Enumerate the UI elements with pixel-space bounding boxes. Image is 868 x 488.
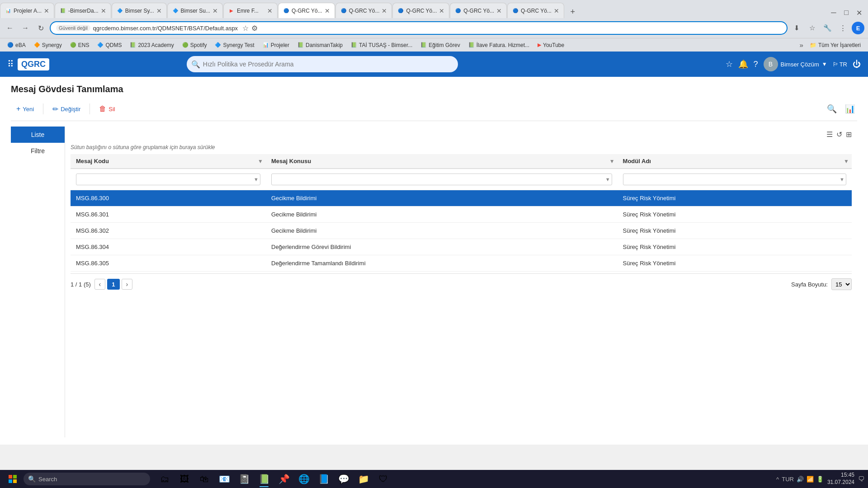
extensions-icon[interactable]: 🔧 <box>821 22 834 34</box>
extension-icon[interactable]: ⚙ <box>251 24 258 33</box>
taskbar-app-onenote[interactable]: 📓 <box>235 470 253 488</box>
filter-module-icon[interactable]: ▼ <box>840 177 844 182</box>
bookmark-2023academy[interactable]: 📗 2023 Academy <box>126 40 177 51</box>
tab-qgrc-3[interactable]: 🔵 Q-GRC Yö... ✕ <box>392 3 449 18</box>
table-row[interactable]: MSG.86.302Gecikme BildirimiSüreç Risk Yö… <box>71 223 852 239</box>
tray-arrow-icon[interactable]: ^ <box>776 476 779 483</box>
tab-close-projeler[interactable]: ✕ <box>44 7 49 14</box>
forward-button[interactable]: → <box>19 22 32 34</box>
tab-close-qgrc-5[interactable]: ✕ <box>554 7 559 14</box>
table-row[interactable]: MSG.86.300Gecikme BildirimiSüreç Risk Yö… <box>71 190 852 206</box>
taskbar-app-teams[interactable]: 💬 <box>335 470 353 488</box>
bookmark-ilave[interactable]: 📗 İlave Fatura. Hizmet... <box>465 40 533 51</box>
bookmark-tai[interactable]: 📗 TAİ TUSAŞ - Bimser... <box>347 40 416 51</box>
bookmark-youtube[interactable]: ▶ YouTube <box>534 40 568 51</box>
sidebar-filtre-button[interactable]: Filtre <box>11 143 65 159</box>
tab-qgrc-4[interactable]: 🔵 Q-GRC Yö... ✕ <box>450 3 507 18</box>
bookmark-egitim[interactable]: 📗 Eğitim Görev <box>417 40 463 51</box>
edit-button[interactable]: ✏ Değiştir <box>47 102 86 116</box>
tab-bimserda[interactable]: 📗 -BimserDa... ✕ <box>55 3 111 18</box>
tray-battery-icon[interactable]: 🔋 <box>816 476 824 483</box>
grid-settings-icon[interactable]: ⊞ <box>846 130 852 139</box>
tab-projeler[interactable]: 📊 Projeler A... ✕ <box>0 3 54 18</box>
taskbar-app-outlook[interactable]: 📧 <box>215 470 233 488</box>
table-row[interactable]: MSG.86.304Değerlendirme Görevi Bildirimi… <box>71 239 852 255</box>
column-settings-icon[interactable]: ☰ <box>826 130 833 139</box>
tab-qgrc-5[interactable]: 🔵 Q-GRC Yö... ✕ <box>507 3 564 18</box>
tab-close-qgrc[interactable]: ✕ <box>325 7 330 14</box>
taskbar-app-explorer[interactable]: 🗂 <box>156 470 174 488</box>
tab-close-qgrc-2[interactable]: ✕ <box>382 7 387 14</box>
tray-speaker-icon[interactable]: 🔊 <box>797 476 804 483</box>
tab-bimser-sy[interactable]: 🔷 Bimser Sy... ✕ <box>112 3 167 18</box>
minimize-button[interactable]: ─ <box>828 7 839 18</box>
start-button[interactable] <box>4 472 22 486</box>
filter-subject-input[interactable] <box>271 174 612 185</box>
back-button[interactable]: ← <box>4 22 16 34</box>
bookmark-qdms[interactable]: 🔷 QDMS <box>94 40 125 51</box>
taskbar-app-security[interactable]: 🛡 <box>374 470 392 488</box>
table-row[interactable]: MSG.86.301Gecikme BildirimiSüreç Risk Yö… <box>71 206 852 223</box>
notification-icon[interactable]: 🔔 <box>738 59 748 69</box>
taskbar-app-chrome[interactable]: 🌐 <box>295 470 313 488</box>
bookmark-synergy-test[interactable]: 🔷 Synergy Test <box>211 40 258 51</box>
tab-close-bimser-su[interactable]: ✕ <box>212 7 218 14</box>
tab-close-emre[interactable]: ✕ <box>267 7 273 14</box>
search-input[interactable] <box>187 56 458 72</box>
close-button[interactable]: ✕ <box>854 7 864 18</box>
sidebar-liste-button[interactable]: Liste <box>11 127 65 143</box>
tab-close-bimser-sy[interactable]: ✕ <box>156 7 162 14</box>
tab-emre[interactable]: ▶ Emre F... ✕ <box>223 3 278 18</box>
table-row[interactable]: MSG.86.305Değerlendirme Tamamlandı Bildi… <box>71 255 852 272</box>
taskbar-search[interactable]: 🔍 Search <box>24 473 150 485</box>
app-logo-area[interactable]: ⠿ Q GRC <box>7 58 49 70</box>
new-tab-button[interactable]: + <box>566 5 579 18</box>
maximize-button[interactable]: □ <box>841 7 852 18</box>
filter-code-icon[interactable]: ▼ <box>254 177 259 182</box>
taskbar-app-folder[interactable]: 📁 <box>354 470 373 488</box>
taskbar-app-pin[interactable]: 📌 <box>275 470 293 488</box>
address-field[interactable]: Güvenli değil qgrcdemo.bimser.com.tr/QDM… <box>50 21 788 35</box>
tab-close-qgrc-4[interactable]: ✕ <box>496 7 502 14</box>
bookmark-spotify[interactable]: 🟢 Spotify <box>179 40 211 51</box>
tab-bimser-su[interactable]: 🔷 Bimser Su... ✕ <box>167 3 223 18</box>
downloads-icon[interactable]: ⬇ <box>790 22 803 34</box>
browser-user-avatar[interactable]: E <box>852 22 864 34</box>
power-icon[interactable]: ⏻ <box>853 60 861 69</box>
tab-qgrc-active[interactable]: 🔵 Q-GRC Yö... ✕ <box>278 3 335 18</box>
menu-icon[interactable]: ⋮ <box>836 22 849 34</box>
tab-close-bimserda[interactable]: ✕ <box>101 7 106 14</box>
notification-tray-icon[interactable]: 🗨 <box>858 475 864 483</box>
bookmark-eba[interactable]: 🔵 eBA <box>4 40 29 51</box>
lang-selector[interactable]: 🏳 TR <box>833 61 847 68</box>
grid-icon[interactable]: ⠿ <box>7 59 14 70</box>
col-filter-module[interactable]: ▼ <box>844 158 849 164</box>
filter-subject-icon[interactable]: ▼ <box>605 177 610 182</box>
taskbar-app-word[interactable]: 📘 <box>315 470 333 488</box>
bookmark-danismantakip[interactable]: 📗 DanismanTakip <box>294 40 346 51</box>
filter-module-input[interactable] <box>623 174 846 185</box>
taskbar-app-store[interactable]: 🛍 <box>195 470 213 488</box>
tab-qgrc-2[interactable]: 🔵 Q-GRC Yö... ✕ <box>335 3 392 18</box>
col-filter-code[interactable]: ▼ <box>258 158 263 164</box>
prev-page-button[interactable]: ‹ <box>94 279 105 290</box>
bookmarks-more-button[interactable]: » <box>798 40 805 50</box>
taskbar-app-excel[interactable]: 📗 <box>255 470 273 488</box>
tab-close-qgrc-3[interactable]: ✕ <box>439 7 444 14</box>
page-size-select[interactable]: 15 25 50 <box>831 278 852 290</box>
star-action-icon[interactable]: ☆ <box>726 59 733 69</box>
new-button[interactable]: + Yeni <box>11 102 39 116</box>
bookmark-ens[interactable]: 🟢 ENS <box>66 40 93 51</box>
bookmark-icon[interactable]: ☆ <box>806 22 818 34</box>
refresh-table-icon[interactable]: ↺ <box>836 130 842 139</box>
tray-network-icon[interactable]: 📶 <box>807 476 814 483</box>
next-page-button[interactable]: › <box>122 279 132 290</box>
col-filter-subject[interactable]: ▼ <box>609 158 615 164</box>
search-toolbar-button[interactable]: 🔍 <box>825 102 839 116</box>
star-icon[interactable]: ☆ <box>242 24 249 33</box>
bookmark-folder[interactable]: 📁 Tüm Yer İşaretleri <box>806 40 864 51</box>
bookmark-projeler[interactable]: 📊 Projeler <box>259 40 293 51</box>
delete-button[interactable]: 🗑 Sil <box>94 102 120 116</box>
refresh-button[interactable]: ↻ <box>34 22 47 34</box>
filter-code-input[interactable] <box>76 174 260 185</box>
